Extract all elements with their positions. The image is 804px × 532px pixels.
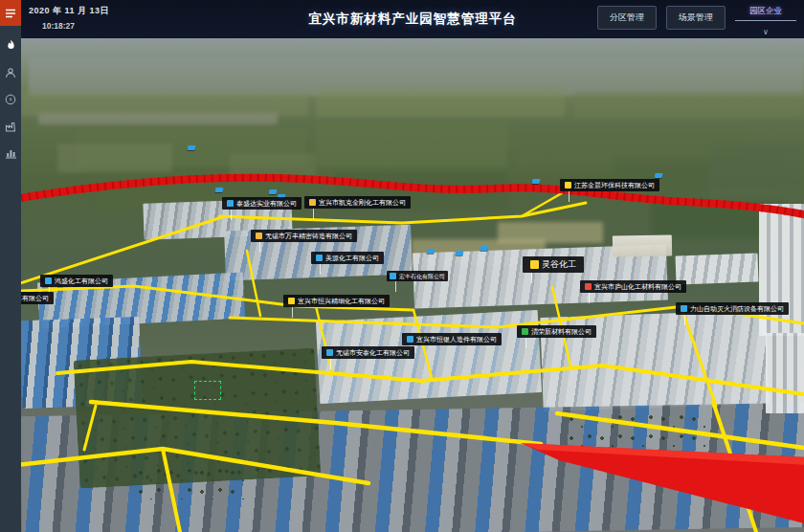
header-controls: 分区管理 场景管理 园区企业 ∨	[597, 6, 796, 38]
company-marker[interactable]: 灵谷化工	[523, 256, 584, 273]
truck-sprite	[655, 173, 663, 178]
sidebar-icon-group	[5, 26, 17, 159]
bar-chart-icon[interactable]	[5, 146, 17, 159]
company-marker[interactable]: 无锡市安泰化工有限公司	[322, 346, 414, 359]
company-marker[interactable]: 清荣新材料有限公司	[517, 325, 596, 338]
company-marker[interactable]: 宜兴市恒银人造件有限公司	[402, 333, 502, 345]
menu-icon[interactable]	[0, 0, 21, 26]
company-marker[interactable]: 力山自动灭火消防设备有限公司	[676, 302, 789, 315]
company-marker-icon	[681, 305, 687, 312]
company-marker-icon	[288, 298, 295, 304]
company-marker-label: 美源化工有限公司	[325, 255, 379, 261]
dropdown-label: 园区企业	[749, 6, 782, 20]
company-marker-icon	[530, 260, 539, 269]
company-marker-label: 宜兴市庐山化工材料有限公司	[594, 283, 681, 290]
company-marker-icon	[390, 273, 396, 279]
scene-manage-button[interactable]: 场景管理	[666, 6, 726, 30]
company-marker-icon	[309, 199, 316, 206]
company-marker-label: 宜兴市恒银人造件有限公司	[416, 336, 497, 343]
company-marker-label: 泰盛达实业有限公司	[236, 200, 297, 207]
company-marker[interactable]: 鸿盛化工有限公司	[40, 275, 113, 287]
power-icon[interactable]	[5, 93, 17, 105]
zone-manage-button[interactable]: 分区管理	[597, 6, 657, 30]
user-icon[interactable]	[5, 66, 17, 78]
company-marker[interactable]: 宜兴市凯克金刚化工有限公司	[304, 196, 411, 209]
app-window: 2020 年 11 月 13日 10:18:27 宜兴市新材料产业园智慧管理平台…	[0, 0, 804, 532]
company-marker[interactable]: 宜兴市恒兴精细化工有限公司	[283, 295, 390, 307]
truck-sprite	[215, 188, 224, 192]
map-3d-scene[interactable]: 泰盛达实业有限公司宜兴市凯克金刚化工有限公司无锡市万丰精密铸造有限公司美源化工有…	[21, 38, 804, 532]
selection-box	[194, 381, 221, 400]
truck-sprite	[269, 189, 278, 194]
company-marker-label: 灵谷化工	[542, 260, 576, 269]
company-marker-icon	[407, 336, 413, 343]
company-marker[interactable]: 宜兴市庐山化工材料有限公司	[580, 280, 686, 293]
map-roads-layer	[21, 38, 804, 532]
company-marker-icon	[316, 255, 323, 261]
company-marker[interactable]: 美源化工有限公司	[311, 252, 384, 264]
company-marker-icon	[585, 283, 592, 290]
company-marker-label: 宜兴市恒兴精细化工有限公司	[298, 298, 385, 304]
flame-icon[interactable]	[5, 39, 17, 52]
company-marker[interactable]: 宏丰石化有限公司	[387, 271, 448, 281]
company-marker-icon	[522, 328, 528, 335]
company-marker[interactable]: 宜兴化工有限公司	[21, 292, 54, 304]
truck-sprite	[188, 145, 196, 150]
truck-sprite	[532, 179, 541, 184]
truck-sprite	[427, 249, 436, 254]
company-marker-label: 无锡市安泰化工有限公司	[336, 349, 410, 356]
company-marker-label: 清荣新材料有限公司	[531, 328, 592, 335]
company-marker-label: 力山自动灭火消防设备有限公司	[690, 305, 784, 312]
top-header: 2020 年 11 月 13日 10:18:27 宜兴市新材料产业园智慧管理平台…	[21, 0, 804, 38]
company-marker-label: 无锡市万丰精密铸造有限公司	[265, 233, 352, 239]
company-marker-icon	[45, 277, 52, 284]
truck-sprite	[480, 246, 489, 251]
company-marker-icon	[326, 349, 333, 356]
company-marker-icon	[565, 182, 571, 188]
company-marker-label: 宏丰石化有限公司	[399, 274, 445, 279]
red-elevated-road	[21, 178, 804, 215]
company-marker[interactable]: 江苏金晨环保科技有限公司	[560, 179, 659, 191]
factory-icon[interactable]	[5, 120, 17, 132]
company-marker-label: 江苏金晨环保科技有限公司	[574, 182, 655, 188]
company-marker-icon	[227, 200, 234, 207]
company-marker-icon	[256, 233, 262, 239]
chevron-down-icon: ∨	[763, 28, 769, 36]
company-marker-label: 宜兴化工有限公司	[21, 295, 49, 301]
hamburger-icon	[5, 9, 16, 18]
truck-sprite	[456, 251, 464, 255]
dropdown-underline: ∨	[735, 20, 796, 38]
company-marker[interactable]: 泰盛达实业有限公司	[222, 197, 302, 210]
company-marker[interactable]: 无锡市万丰精密铸造有限公司	[251, 230, 357, 242]
company-marker-label: 宜兴市凯克金刚化工有限公司	[319, 199, 406, 206]
left-sidebar	[0, 0, 21, 532]
company-marker-label: 鸿盛化工有限公司	[55, 277, 108, 284]
park-enterprise-dropdown[interactable]: 园区企业 ∨	[735, 6, 796, 38]
